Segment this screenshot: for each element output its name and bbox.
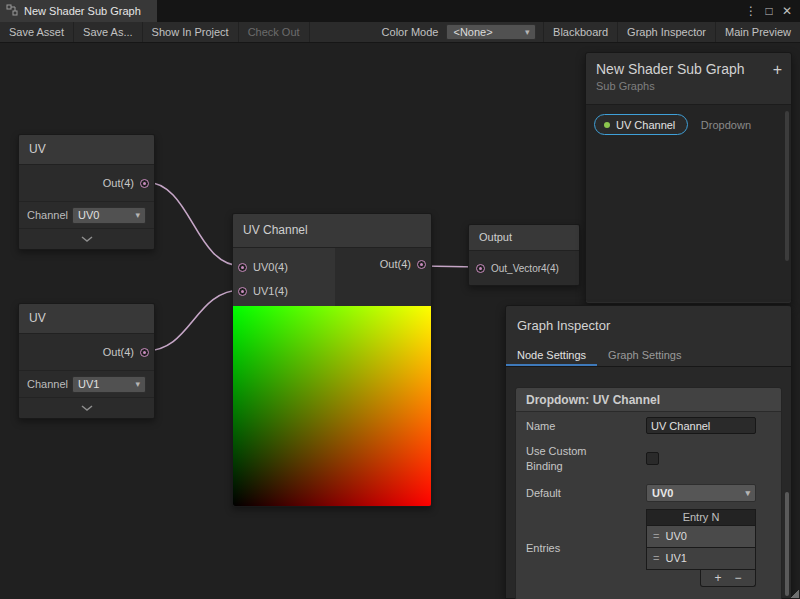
edge-uv1 [145,290,242,351]
main-preview-toggle-button[interactable]: Main Preview [715,22,800,42]
color-mode-dropdown[interactable]: <None> ▾ [446,24,536,40]
entries-list: Entry N = UV0 = UV1 + − [646,509,756,587]
name-field-row: Name [516,412,781,439]
tab-graph-settings[interactable]: Graph Settings [597,344,692,366]
edge-uv0 [145,182,242,266]
chevron-down-icon: ▾ [135,379,140,389]
collapse-chevron-icon[interactable] [19,228,154,249]
entry-value: UV1 [665,552,686,564]
custom-binding-row: Use Custom Binding [516,439,781,479]
blackboard-header: New Shader Sub Graph Sub Graphs + [586,53,791,105]
channel-value: UV0 [78,209,99,221]
chevron-down-icon: ▾ [135,210,140,220]
save-asset-button[interactable]: Save Asset [0,22,74,42]
graph-inspector-panel[interactable]: Graph Inspector Node Settings Graph Sett… [505,305,792,599]
uv-bottom-out-port[interactable] [140,348,149,357]
out-port-label: Out(4) [380,258,411,270]
blackboard-item-uv-channel[interactable]: UV Channel [594,114,688,135]
entries-list-header: Entry N [646,509,756,526]
inspector-tabs: Node Settings Graph Settings [506,344,791,367]
color-mode-label: Color Mode [374,22,447,42]
output-node[interactable]: Output Out_Vector4(4) [468,224,580,286]
channel-value: UV1 [78,378,99,390]
uv-channel-out-port[interactable] [417,260,426,269]
entries-list-footer: + − [700,570,756,587]
entries-row: Entries Entry N = UV0 = UV1 + [516,507,781,592]
out-vector4-port-label: Out_Vector4(4) [491,263,559,274]
blackboard-body: UV Channel Dropdown [586,105,791,302]
name-input[interactable] [646,417,756,434]
uv-top-out-port[interactable] [140,179,149,188]
blackboard-item-type: Dropdown [701,119,783,131]
uv0-input-port[interactable] [238,263,247,272]
graph-inspector-title: Graph Inspector [506,306,791,344]
default-value: UV0 [652,487,673,499]
input-ports-column: UV0(4) UV1(4) [233,248,335,306]
uv1-port-label: UV1(4) [253,285,288,297]
titlebar: New Shader Sub Graph ⋮ □ ✕ [0,0,800,22]
channel-dropdown[interactable]: UV1 ▾ [72,376,146,393]
chevron-down-icon: ▾ [525,27,530,37]
save-as-button[interactable]: Save As... [74,22,143,42]
close-icon[interactable]: ✕ [778,4,796,18]
name-label: Name [526,420,646,432]
node-title: UV [19,135,154,165]
default-field-row: Default UV0 ▾ [516,479,781,507]
menu-icon[interactable]: ⋮ [742,4,760,18]
inspector-content: Dropdown: UV Channel Name Use Custom Bin… [506,367,791,599]
channel-label: Channel [27,378,68,390]
blackboard-subtitle: Sub Graphs [586,80,791,92]
color-mode-value: <None> [453,26,492,38]
add-entry-button[interactable]: + [714,571,721,585]
default-dropdown[interactable]: UV0 ▾ [646,484,756,502]
check-out-button: Check Out [239,22,310,42]
entry-item-uv1[interactable]: = UV1 [646,548,756,570]
remove-entry-button[interactable]: − [735,571,742,585]
tab-title: New Shader Sub Graph [24,5,141,17]
show-in-project-button[interactable]: Show In Project [143,22,239,42]
graph-canvas[interactable]: UV Out(4) Channel UV0 ▾ UV Out(4) Channe… [0,43,800,599]
maximize-icon[interactable]: □ [760,4,778,18]
graph-inspector-toggle-button[interactable]: Graph Inspector [617,22,715,42]
collapse-chevron-icon[interactable] [19,397,154,418]
dropdown-panel-title: Dropdown: UV Channel [516,388,781,412]
blackboard-scrollbar[interactable] [785,111,789,261]
drag-handle-icon[interactable]: = [653,530,659,542]
entry-item-uv0[interactable]: = UV0 [646,526,756,548]
window-resize-grip[interactable] [790,589,799,598]
toolbar: Save Asset Save As... Show In Project Ch… [0,22,800,43]
dropdown-settings-panel: Dropdown: UV Channel Name Use Custom Bin… [515,387,782,599]
entry-value: UV0 [665,530,686,542]
inspector-scrollbar[interactable] [785,492,789,596]
tab-node-settings[interactable]: Node Settings [506,344,597,366]
node-title: UV [19,304,154,334]
uv-gradient-preview [233,306,431,506]
blackboard-panel[interactable]: New Shader Sub Graph Sub Graphs + UV Cha… [585,52,792,304]
out-vector4-input-port[interactable] [476,264,485,273]
add-property-button[interactable]: + [773,62,782,78]
toolbar-toggles: Blackboard Graph Inspector Main Preview [543,22,800,42]
out-port-label: Out(4) [103,346,134,358]
uv-node-top[interactable]: UV Out(4) Channel UV0 ▾ [18,134,155,250]
use-custom-binding-checkbox[interactable] [646,452,659,465]
subgraph-icon [6,4,18,18]
default-label: Default [526,487,646,499]
uv-channel-node[interactable]: UV Channel UV0(4) UV1(4) Out(4) [232,213,432,507]
window-tab[interactable]: New Shader Sub Graph [0,0,157,22]
drag-handle-icon[interactable]: = [653,552,659,564]
exposed-dot-icon [604,122,610,128]
uv0-port-label: UV0(4) [253,261,288,273]
node-title: UV Channel [233,214,431,248]
chevron-down-icon: ▾ [745,488,750,498]
uv-node-bottom[interactable]: UV Out(4) Channel UV1 ▾ [18,303,155,419]
use-custom-binding-label: Use Custom Binding [526,444,646,474]
blackboard-toggle-button[interactable]: Blackboard [543,22,617,42]
out-port-label: Out(4) [103,177,134,189]
window-controls: ⋮ □ ✕ [742,0,800,22]
blackboard-item-name: UV Channel [616,119,675,131]
uv1-input-port[interactable] [238,287,247,296]
channel-dropdown[interactable]: UV0 ▾ [72,207,146,224]
blackboard-item-row: UV Channel Dropdown [586,105,791,135]
node-title: Output [469,225,579,251]
entries-label: Entries [526,542,646,554]
